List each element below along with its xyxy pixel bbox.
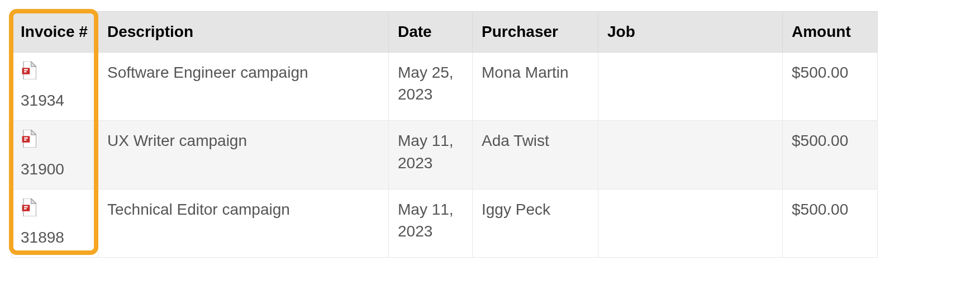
- invoice-number[interactable]: 31898: [21, 226, 89, 248]
- cell-date: May 25, 2023: [389, 53, 473, 121]
- header-date[interactable]: Date: [389, 12, 473, 53]
- cell-description: Technical Editor campaign: [98, 189, 389, 257]
- cell-date: May 11, 2023: [389, 121, 473, 189]
- invoice-table: Invoice # Description Date Purchaser Job…: [11, 11, 878, 258]
- header-description[interactable]: Description: [98, 12, 389, 53]
- cell-description: Software Engineer campaign: [98, 53, 389, 121]
- invoice-table-wrapper: Invoice # Description Date Purchaser Job…: [11, 11, 877, 258]
- invoice-number[interactable]: 31900: [21, 158, 89, 180]
- cell-amount: $500.00: [783, 189, 878, 257]
- pdf-icon[interactable]: [21, 61, 89, 85]
- table-header-row: Invoice # Description Date Purchaser Job…: [12, 12, 878, 53]
- cell-purchaser: Iggy Peck: [473, 189, 598, 257]
- header-amount[interactable]: Amount: [783, 12, 878, 53]
- header-job[interactable]: Job: [598, 12, 783, 53]
- table-row: 31934 Software Engineer campaign May 25,…: [12, 53, 878, 121]
- cell-invoice: 31898: [12, 189, 98, 257]
- cell-description: UX Writer campaign: [98, 121, 389, 189]
- cell-amount: $500.00: [783, 53, 878, 121]
- table-row: 31898 Technical Editor campaign May 11, …: [12, 189, 878, 257]
- cell-purchaser: Ada Twist: [473, 121, 598, 189]
- header-invoice[interactable]: Invoice #: [12, 12, 98, 53]
- invoice-number[interactable]: 31934: [21, 89, 89, 111]
- cell-purchaser: Mona Martin: [473, 53, 598, 121]
- cell-invoice: 31900: [12, 121, 98, 189]
- pdf-icon[interactable]: [21, 130, 89, 153]
- table-body: 31934 Software Engineer campaign May 25,…: [12, 53, 878, 258]
- cell-amount: $500.00: [783, 121, 878, 189]
- pdf-icon[interactable]: [21, 198, 89, 222]
- cell-job: [598, 53, 783, 121]
- cell-date: May 11, 2023: [389, 189, 473, 257]
- cell-job: [598, 121, 783, 189]
- cell-job: [598, 189, 783, 257]
- cell-invoice: 31934: [12, 53, 98, 121]
- header-purchaser[interactable]: Purchaser: [473, 12, 598, 53]
- table-row: 31900 UX Writer campaign May 11, 2023 Ad…: [12, 121, 878, 189]
